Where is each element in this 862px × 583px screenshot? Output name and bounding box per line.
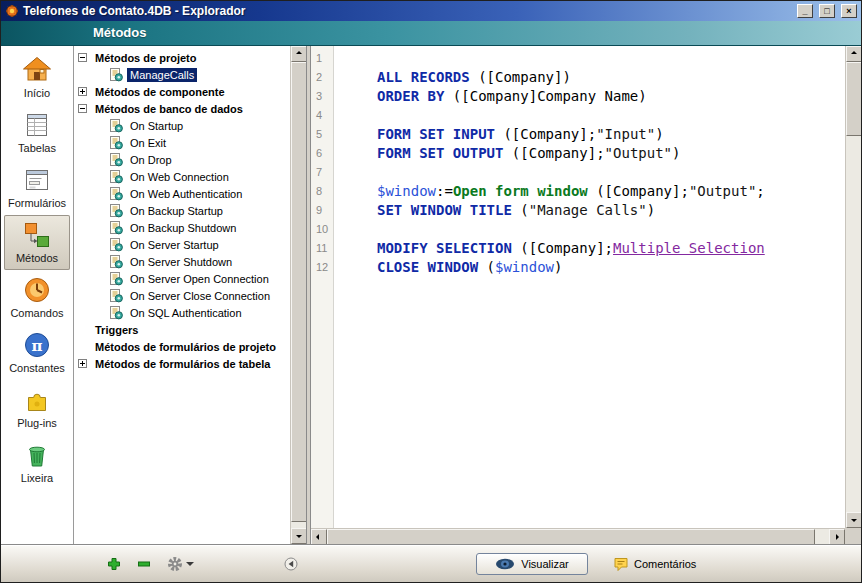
- add-method-button[interactable]: [105, 555, 123, 573]
- tree-item-label: On Backup Shutdown: [127, 221, 239, 235]
- sidebar-item-metodos[interactable]: Métodos: [4, 215, 70, 270]
- title-bar[interactable]: Telefones de Contato.4DB - Explorador _ …: [1, 1, 861, 21]
- code-editor[interactable]: 12ALL RECORDS ([Company])3ORDER BY ([Com…: [311, 48, 845, 528]
- tree-item[interactable]: On Drop: [74, 151, 290, 168]
- expander-spacer: [95, 138, 104, 147]
- options-menu-button[interactable]: [167, 556, 194, 572]
- sidebar-item-label: Formulários: [4, 197, 70, 209]
- collapse-panel-button[interactable]: [284, 557, 298, 571]
- code-token: ;: [756, 183, 764, 199]
- scroll-down-icon[interactable]: [291, 528, 306, 544]
- sidebar-item-inicio[interactable]: Início: [4, 50, 70, 105]
- scroll-left-icon[interactable]: [311, 529, 327, 544]
- code-line[interactable]: 6FORM SET OUTPUT ([Company];"Output"): [311, 143, 845, 162]
- section-title: Métodos: [93, 25, 146, 40]
- editor-hscrollbar-thumb[interactable]: [327, 529, 815, 544]
- main-area: InícioTabelasFormuláriosMétodosComandosπ…: [1, 46, 861, 544]
- expander-spacer: [95, 291, 104, 300]
- section-header: Métodos: [1, 21, 861, 46]
- scroll-up-icon[interactable]: [291, 46, 306, 62]
- tree-item[interactable]: On Backup Shutdown: [74, 219, 290, 236]
- expander-spacer: [95, 240, 104, 249]
- maximize-button[interactable]: □: [819, 4, 835, 18]
- tree-item[interactable]: On Backup Startup: [74, 202, 290, 219]
- dropdown-arrow-icon: [186, 562, 194, 570]
- collapse-minus-icon[interactable]: [78, 104, 87, 113]
- svg-text:π: π: [32, 337, 43, 355]
- tree-item-label: On SQL Authentication: [127, 306, 245, 320]
- line-number: 6: [311, 147, 333, 159]
- tree-item[interactable]: On Web Connection: [74, 168, 290, 185]
- collapse-minus-icon[interactable]: [78, 53, 87, 62]
- methods-tree: Métodos de projetoManageCallsMétodos de …: [74, 46, 290, 544]
- code-line[interactable]: 3ORDER BY ([Company]Company Name): [311, 86, 845, 105]
- preview-button[interactable]: Visualizar: [476, 553, 588, 575]
- code-line[interactable]: 1: [311, 48, 845, 67]
- editor-horizontal-scrollbar[interactable]: [311, 528, 845, 544]
- tree-item[interactable]: Métodos de banco de dados: [74, 100, 290, 117]
- code-line[interactable]: 11MODIFY SELECTION ([Company];Multiple S…: [311, 238, 845, 257]
- code-token: "Input": [596, 126, 655, 142]
- method-icon: [109, 289, 123, 303]
- sidebar-item-comandos[interactable]: Comandos: [4, 270, 70, 325]
- code-line[interactable]: 7: [311, 162, 845, 181]
- code-line[interactable]: 5FORM SET INPUT ([Company];"Input"): [311, 124, 845, 143]
- tree-item-label: Métodos de componente: [92, 85, 228, 99]
- expand-plus-icon[interactable]: [78, 359, 87, 368]
- code-line[interactable]: 4: [311, 105, 845, 124]
- code-token: ): [647, 202, 655, 218]
- method-icon: [109, 238, 123, 252]
- tree-item[interactable]: On SQL Authentication: [74, 304, 290, 321]
- tree-item[interactable]: Triggers: [74, 321, 290, 338]
- code-line[interactable]: 12CLOSE WINDOW ($window): [311, 257, 845, 276]
- code-text: FORM SET OUTPUT ([Company];"Output"): [377, 145, 680, 161]
- tree-item[interactable]: Métodos de formulários de projeto: [74, 338, 290, 355]
- editor-vertical-scrollbar[interactable]: [845, 46, 861, 528]
- code-line[interactable]: 10: [311, 219, 845, 238]
- line-number: 1: [311, 52, 333, 64]
- sidebar-item-plugins[interactable]: Plug-ins: [4, 380, 70, 435]
- code-line[interactable]: 8$window:=Open form window ([Company];"O…: [311, 181, 845, 200]
- close-button[interactable]: ×: [841, 4, 857, 18]
- code-token: (: [478, 259, 495, 275]
- tree-item-label: On Server Close Connection: [127, 289, 273, 303]
- scroll-up-icon[interactable]: [846, 46, 861, 62]
- tree-item[interactable]: ManageCalls: [74, 66, 290, 83]
- sidebar-item-tabelas[interactable]: Tabelas: [4, 105, 70, 160]
- code-token: "Manage Calls": [529, 202, 647, 218]
- tree-scrollbar-thumb[interactable]: [291, 62, 306, 522]
- minimize-button[interactable]: _: [797, 4, 813, 18]
- tree-item[interactable]: Métodos de projeto: [74, 49, 290, 66]
- comments-toggle[interactable]: Comentários: [613, 556, 696, 572]
- sidebar-item-label: Plug-ins: [4, 417, 70, 429]
- sidebar-item-label: Constantes: [4, 362, 70, 374]
- line-number: 4: [311, 109, 333, 121]
- tree-item[interactable]: Métodos de componente: [74, 83, 290, 100]
- editor-vscrollbar-thumb[interactable]: [846, 62, 861, 136]
- tree-item[interactable]: On Startup: [74, 117, 290, 134]
- sidebar-item-constantes[interactable]: πConstantes: [4, 325, 70, 380]
- tree-item[interactable]: On Server Startup: [74, 236, 290, 253]
- code-line[interactable]: 2ALL RECORDS ([Company]): [311, 67, 845, 86]
- sidebar-item-lixeira[interactable]: Lixeira: [4, 435, 70, 490]
- delete-method-button[interactable]: [135, 555, 153, 573]
- sidebar: InícioTabelasFormuláriosMétodosComandosπ…: [1, 46, 74, 544]
- scroll-right-icon[interactable]: [829, 529, 845, 544]
- tree-vertical-scrollbar[interactable]: [290, 46, 306, 544]
- app-icon: [5, 4, 19, 18]
- methods-icon: [21, 219, 53, 251]
- tree-item[interactable]: On Server Close Connection: [74, 287, 290, 304]
- tree-item[interactable]: On Server Shutdown: [74, 253, 290, 270]
- tree-item[interactable]: On Server Open Connection: [74, 270, 290, 287]
- tree-item[interactable]: On Exit: [74, 134, 290, 151]
- scroll-down-icon[interactable]: [846, 512, 861, 528]
- tree-item[interactable]: Métodos de formulários de tabela: [74, 355, 290, 372]
- code-editor-panel[interactable]: 12ALL RECORDS ([Company])3ORDER BY ([Com…: [311, 46, 861, 544]
- code-token: :=: [436, 183, 453, 199]
- sidebar-item-formularios[interactable]: Formulários: [4, 160, 70, 215]
- expand-plus-icon[interactable]: [78, 87, 87, 96]
- sidebar-item-label: Métodos: [4, 252, 70, 264]
- code-text: $window:=Open form window ([Company];"Ou…: [377, 183, 765, 199]
- code-line[interactable]: 9SET WINDOW TITLE ("Manage Calls"): [311, 200, 845, 219]
- tree-item[interactable]: On Web Authentication: [74, 185, 290, 202]
